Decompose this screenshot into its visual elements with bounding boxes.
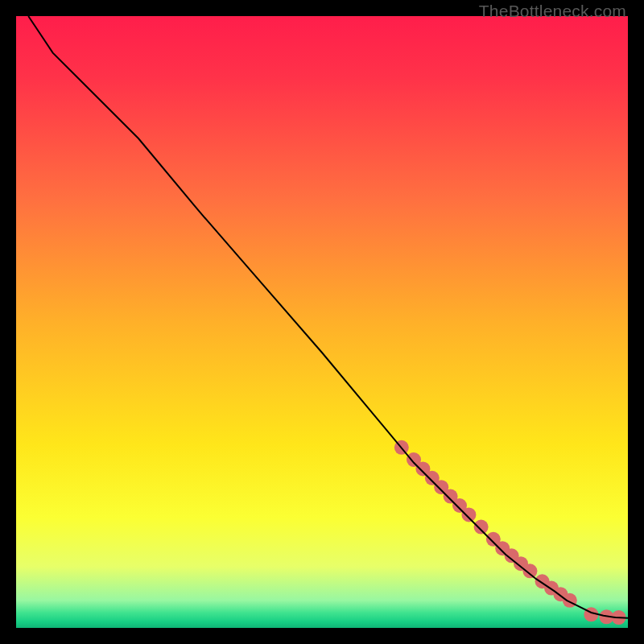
chart-plot [16, 16, 628, 628]
data-marker [461, 507, 476, 522]
watermark-text: TheBottleneck.com [479, 2, 626, 21]
data-marker [563, 593, 577, 608]
chart-frame [16, 16, 628, 628]
data-marker [474, 520, 489, 535]
